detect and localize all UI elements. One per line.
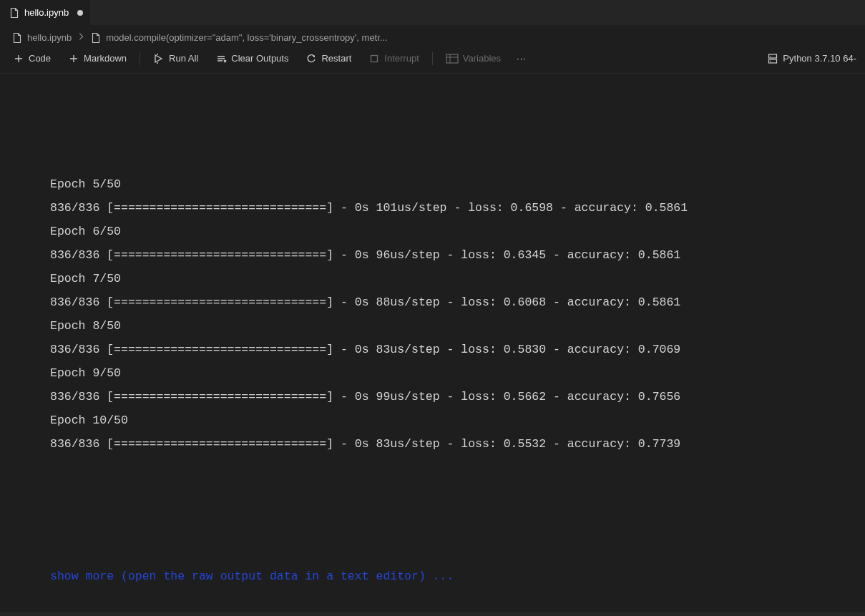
interrupt-icon [368, 53, 380, 64]
output-line: Epoch 7/50 [50, 267, 865, 290]
svg-rect-1 [446, 54, 458, 63]
clear-outputs-icon [215, 53, 227, 64]
toolbar-separator [140, 52, 140, 65]
variables-label: Variables [463, 53, 501, 64]
show-more-link[interactable]: show more (open the raw output data in a… [50, 564, 865, 588]
output-line: 836/836 [==============================]… [50, 432, 865, 456]
status-strip [0, 612, 865, 616]
kernel-picker[interactable]: Python 3.7.10 64- [760, 52, 856, 66]
clear-outputs-button[interactable]: Clear Outputs [208, 52, 295, 66]
server-icon [767, 53, 778, 64]
restart-button[interactable]: Restart [298, 52, 358, 66]
variables-button[interactable]: Variables [439, 52, 508, 65]
add-markdown-button[interactable]: Markdown [61, 52, 134, 66]
chevron-right-icon [76, 31, 86, 44]
svg-point-4 [771, 55, 772, 57]
run-all-label: Run All [169, 53, 198, 64]
breadcrumb-symbol-label: model.compile(optimizer="adam", loss='bi… [106, 32, 388, 43]
svg-rect-3 [769, 59, 777, 63]
modified-indicator-icon [77, 10, 83, 16]
add-code-button[interactable]: Code [6, 52, 58, 66]
variables-icon [446, 54, 459, 64]
run-all-button[interactable]: Run All [146, 52, 205, 66]
breadcrumb-file[interactable]: hello.ipynb [11, 32, 72, 44]
run-all-icon [153, 53, 165, 64]
output-line: 836/836 [==============================]… [50, 121, 865, 125]
output-line: Epoch 5/50 [50, 172, 865, 196]
cell-output: 836/836 [==============================]… [0, 74, 865, 604]
tab-filename: hello.ipynb [24, 7, 69, 18]
add-markdown-label: Markdown [84, 53, 127, 64]
file-icon [9, 7, 20, 19]
output-line: Epoch 9/50 [50, 361, 865, 385]
output-line: 836/836 [==============================]… [50, 243, 865, 267]
plus-icon [68, 53, 79, 64]
breadcrumb-symbol[interactable]: model.compile(optimizer="adam", loss='bi… [90, 32, 388, 44]
file-icon [11, 32, 23, 44]
interrupt-button[interactable]: Interrupt [361, 52, 426, 66]
code-cell-icon [90, 32, 102, 44]
plus-icon [13, 53, 24, 64]
breadcrumb-file-label: hello.ipynb [27, 32, 72, 43]
output-line: 836/836 [==============================]… [50, 338, 865, 361]
add-code-label: Code [29, 53, 51, 64]
tab-bar: hello.ipynb [0, 0, 865, 26]
restart-label: Restart [321, 53, 351, 64]
svg-rect-2 [769, 54, 777, 58]
interrupt-label: Interrupt [384, 53, 419, 64]
restart-icon [306, 53, 317, 64]
output-line: 836/836 [==============================]… [50, 290, 865, 314]
output-line: Epoch 8/50 [50, 314, 865, 338]
toolbar-separator [432, 52, 433, 65]
svg-point-5 [771, 60, 772, 62]
svg-rect-0 [371, 55, 378, 62]
kernel-label: Python 3.7.10 64- [783, 53, 856, 64]
toolbar-more-button[interactable]: ··· [511, 53, 532, 64]
output-line: Epoch 10/50 [50, 409, 865, 432]
output-line: 836/836 [==============================]… [50, 196, 865, 220]
clear-outputs-label: Clear Outputs [231, 53, 288, 64]
output-line: 836/836 [==============================]… [50, 385, 865, 409]
notebook-toolbar: Code Markdown Run All Clear Outputs Rest… [0, 47, 865, 74]
editor-tab[interactable]: hello.ipynb [0, 0, 90, 25]
breadcrumb: hello.ipynb model.compile(optimizer="ada… [0, 26, 865, 47]
output-line: Epoch 6/50 [50, 220, 865, 243]
